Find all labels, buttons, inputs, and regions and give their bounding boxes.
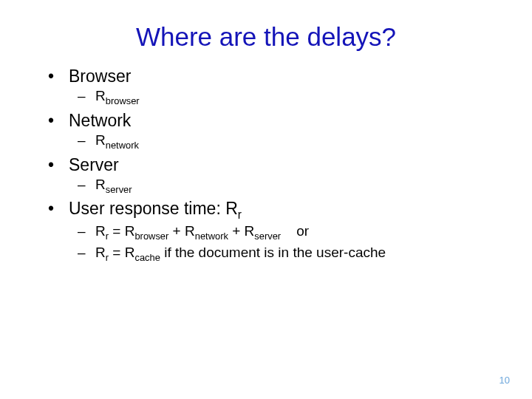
bullet-level-2: –Rbrowser <box>78 88 491 106</box>
bullet-level-2: –Rserver <box>78 177 491 195</box>
slide-title: Where are the delays? <box>41 22 491 52</box>
bullet-level-2: –Rr = Rcache if the document is in the u… <box>78 245 491 263</box>
slide-body: •Browser–Rbrowser•Network–Rnetwork•Serve… <box>41 66 491 263</box>
bullet-level-1: •Browser <box>48 66 491 86</box>
bullet-level-2: –Rnetwork <box>78 132 491 151</box>
page-number: 10 <box>499 375 510 386</box>
bullet-level-2: –Rr = Rbrowser + Rnetwork + Rserver or <box>78 223 491 242</box>
bullet-level-1: •Server <box>48 155 491 175</box>
bullet-level-1: •User response time: Rr <box>48 199 491 222</box>
bullet-level-1: •Network <box>48 111 491 131</box>
